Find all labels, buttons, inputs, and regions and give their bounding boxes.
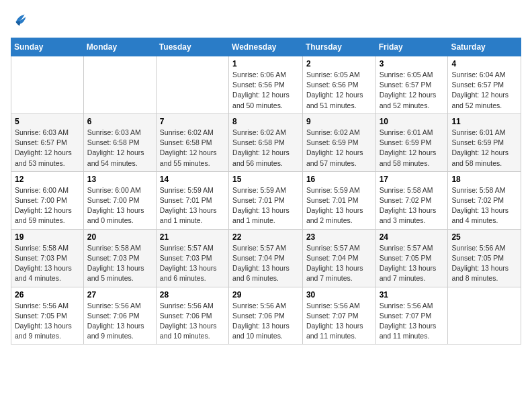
calendar-cell	[448, 287, 521, 345]
day-number: 5	[15, 117, 80, 126]
header-friday: Friday	[375, 38, 448, 56]
calendar-week-1: 1Sunrise: 6:06 AM Sunset: 6:56 PM Daylig…	[11, 56, 521, 114]
calendar-cell: 15Sunrise: 5:59 AM Sunset: 7:01 PM Dayli…	[229, 171, 303, 229]
calendar-cell: 2Sunrise: 6:05 AM Sunset: 6:56 PM Daylig…	[302, 56, 375, 114]
day-info: Sunrise: 6:06 AM Sunset: 6:56 PM Dayligh…	[232, 70, 299, 111]
day-number: 27	[87, 290, 152, 300]
day-number: 12	[15, 175, 80, 184]
day-number: 3	[380, 59, 445, 68]
calendar-cell: 26Sunrise: 5:56 AM Sunset: 7:05 PM Dayli…	[11, 287, 84, 345]
calendar-cell: 20Sunrise: 5:58 AM Sunset: 7:03 PM Dayli…	[83, 229, 156, 287]
day-info: Sunrise: 6:04 AM Sunset: 6:57 PM Dayligh…	[451, 70, 517, 111]
calendar-cell: 6Sunrise: 6:03 AM Sunset: 6:58 PM Daylig…	[83, 113, 156, 171]
day-info: Sunrise: 5:59 AM Sunset: 7:01 PM Dayligh…	[232, 185, 299, 226]
day-number: 26	[15, 290, 80, 300]
day-number: 9	[306, 117, 372, 126]
calendar-cell: 3Sunrise: 6:05 AM Sunset: 6:57 PM Daylig…	[375, 56, 448, 114]
day-info: Sunrise: 6:02 AM Sunset: 6:58 PM Dayligh…	[160, 128, 225, 169]
day-number: 2	[306, 59, 372, 68]
calendar-cell: 16Sunrise: 5:59 AM Sunset: 7:01 PM Dayli…	[302, 171, 375, 229]
calendar-cell: 21Sunrise: 5:57 AM Sunset: 7:03 PM Dayli…	[156, 229, 228, 287]
calendar-week-2: 5Sunrise: 6:03 AM Sunset: 6:57 PM Daylig…	[11, 113, 521, 171]
header-monday: Monday	[83, 38, 156, 56]
calendar-cell: 31Sunrise: 5:56 AM Sunset: 7:07 PM Dayli…	[375, 287, 448, 345]
day-info: Sunrise: 6:03 AM Sunset: 6:58 PM Dayligh…	[87, 128, 152, 169]
calendar-table: SundayMondayTuesdayWednesdayThursdayFrid…	[11, 38, 521, 345]
day-number: 29	[232, 290, 299, 300]
day-number: 14	[160, 175, 225, 184]
calendar-cell: 12Sunrise: 6:00 AM Sunset: 7:00 PM Dayli…	[11, 171, 84, 229]
calendar-cell	[156, 56, 228, 114]
day-number: 24	[380, 232, 445, 242]
day-info: Sunrise: 5:56 AM Sunset: 7:05 PM Dayligh…	[15, 301, 80, 342]
header-sunday: Sunday	[11, 38, 84, 56]
day-number: 10	[380, 117, 445, 126]
calendar-week-3: 12Sunrise: 6:00 AM Sunset: 7:00 PM Dayli…	[11, 171, 521, 229]
day-info: Sunrise: 5:56 AM Sunset: 7:05 PM Dayligh…	[451, 243, 517, 284]
day-info: Sunrise: 5:58 AM Sunset: 7:03 PM Dayligh…	[87, 243, 152, 284]
day-info: Sunrise: 5:57 AM Sunset: 7:03 PM Dayligh…	[160, 243, 225, 284]
day-info: Sunrise: 5:58 AM Sunset: 7:02 PM Dayligh…	[451, 185, 517, 226]
day-info: Sunrise: 5:58 AM Sunset: 7:03 PM Dayligh…	[15, 243, 80, 284]
day-number: 22	[232, 232, 299, 242]
calendar-cell: 5Sunrise: 6:03 AM Sunset: 6:57 PM Daylig…	[11, 113, 84, 171]
day-info: Sunrise: 6:02 AM Sunset: 6:58 PM Dayligh…	[232, 128, 299, 169]
logo-icon	[11, 11, 30, 30]
calendar-cell: 23Sunrise: 5:57 AM Sunset: 7:04 PM Dayli…	[302, 229, 375, 287]
calendar-cell: 13Sunrise: 6:00 AM Sunset: 7:00 PM Dayli…	[83, 171, 156, 229]
day-info: Sunrise: 5:56 AM Sunset: 7:07 PM Dayligh…	[306, 301, 372, 342]
day-number: 21	[160, 232, 225, 242]
calendar-cell	[11, 56, 84, 114]
header-wednesday: Wednesday	[229, 38, 303, 56]
day-info: Sunrise: 6:05 AM Sunset: 6:57 PM Dayligh…	[380, 70, 445, 111]
calendar-cell: 7Sunrise: 6:02 AM Sunset: 6:58 PM Daylig…	[156, 113, 228, 171]
day-number: 16	[306, 175, 372, 184]
logo	[11, 11, 32, 30]
day-number: 15	[232, 175, 299, 184]
day-number: 1	[232, 59, 299, 68]
day-info: Sunrise: 5:56 AM Sunset: 7:07 PM Dayligh…	[380, 301, 445, 342]
calendar-week-5: 26Sunrise: 5:56 AM Sunset: 7:05 PM Dayli…	[11, 287, 521, 345]
header-thursday: Thursday	[302, 38, 375, 56]
day-info: Sunrise: 5:57 AM Sunset: 7:04 PM Dayligh…	[306, 243, 372, 284]
day-number: 7	[160, 117, 225, 126]
calendar-cell: 11Sunrise: 6:01 AM Sunset: 6:59 PM Dayli…	[448, 113, 521, 171]
day-number: 11	[451, 117, 517, 126]
calendar-cell: 8Sunrise: 6:02 AM Sunset: 6:58 PM Daylig…	[229, 113, 303, 171]
calendar-cell: 22Sunrise: 5:57 AM Sunset: 7:04 PM Dayli…	[229, 229, 303, 287]
calendar-cell: 19Sunrise: 5:58 AM Sunset: 7:03 PM Dayli…	[11, 229, 84, 287]
day-number: 17	[380, 175, 445, 184]
day-info: Sunrise: 5:59 AM Sunset: 7:01 PM Dayligh…	[306, 185, 372, 226]
calendar-cell	[83, 56, 156, 114]
day-number: 4	[451, 59, 517, 68]
day-number: 31	[380, 290, 445, 300]
calendar-cell: 1Sunrise: 6:06 AM Sunset: 6:56 PM Daylig…	[229, 56, 303, 114]
day-number: 6	[87, 117, 152, 126]
calendar-header-row: SundayMondayTuesdayWednesdayThursdayFrid…	[11, 38, 521, 56]
day-info: Sunrise: 5:58 AM Sunset: 7:02 PM Dayligh…	[380, 185, 445, 226]
calendar-cell: 10Sunrise: 6:01 AM Sunset: 6:59 PM Dayli…	[375, 113, 448, 171]
header-tuesday: Tuesday	[156, 38, 228, 56]
day-info: Sunrise: 5:56 AM Sunset: 7:06 PM Dayligh…	[232, 301, 299, 342]
calendar-cell: 17Sunrise: 5:58 AM Sunset: 7:02 PM Dayli…	[375, 171, 448, 229]
day-info: Sunrise: 6:00 AM Sunset: 7:00 PM Dayligh…	[87, 185, 152, 226]
day-number: 25	[451, 232, 517, 242]
calendar-cell: 4Sunrise: 6:04 AM Sunset: 6:57 PM Daylig…	[448, 56, 521, 114]
day-number: 30	[306, 290, 372, 300]
day-info: Sunrise: 6:01 AM Sunset: 6:59 PM Dayligh…	[380, 128, 445, 169]
day-info: Sunrise: 5:56 AM Sunset: 7:06 PM Dayligh…	[160, 301, 225, 342]
day-info: Sunrise: 6:03 AM Sunset: 6:57 PM Dayligh…	[15, 128, 80, 169]
day-number: 13	[87, 175, 152, 184]
day-number: 18	[451, 175, 517, 184]
day-info: Sunrise: 6:05 AM Sunset: 6:56 PM Dayligh…	[306, 70, 372, 111]
day-number: 28	[160, 290, 225, 300]
calendar-cell: 18Sunrise: 5:58 AM Sunset: 7:02 PM Dayli…	[448, 171, 521, 229]
day-number: 20	[87, 232, 152, 242]
calendar-cell: 29Sunrise: 5:56 AM Sunset: 7:06 PM Dayli…	[229, 287, 303, 345]
calendar-cell: 27Sunrise: 5:56 AM Sunset: 7:06 PM Dayli…	[83, 287, 156, 345]
calendar-cell: 25Sunrise: 5:56 AM Sunset: 7:05 PM Dayli…	[448, 229, 521, 287]
day-info: Sunrise: 5:56 AM Sunset: 7:06 PM Dayligh…	[87, 301, 152, 342]
day-number: 23	[306, 232, 372, 242]
page-header	[11, 11, 521, 30]
calendar-cell: 24Sunrise: 5:57 AM Sunset: 7:05 PM Dayli…	[375, 229, 448, 287]
